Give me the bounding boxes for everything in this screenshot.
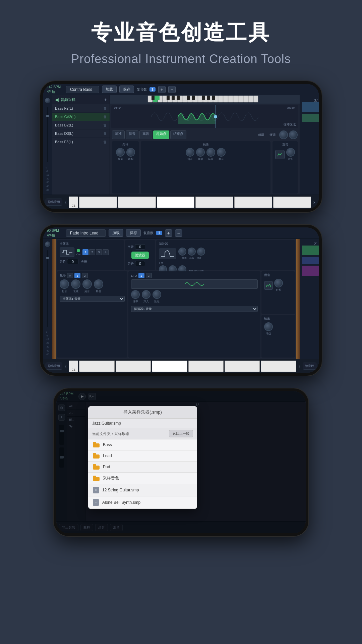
sample-item-3[interactable]: Bass D3(L) 🗑 [52, 129, 110, 138]
minus-btn-2[interactable]: − [175, 229, 182, 237]
pk-w2[interactable] [116, 361, 151, 372]
piano-white-3[interactable] [157, 197, 195, 208]
dialog-item-3[interactable]: 采样音色 [88, 473, 197, 484]
next-key-btn[interactable]: › [312, 199, 316, 205]
rate-knob[interactable]: 速率 [131, 290, 140, 303]
fine-knob[interactable] [289, 130, 298, 139]
mod-destination-1[interactable]: 振荡器1-音量 [60, 296, 125, 302]
vol-knob[interactable] [45, 98, 50, 103]
plus-btn-1[interactable]: + [158, 86, 166, 93]
pk-w6[interactable] [261, 361, 296, 372]
tab-4[interactable]: 4 [103, 249, 109, 255]
minus-btn-1[interactable]: − [168, 86, 176, 93]
pk-w3[interactable] [152, 361, 187, 372]
sustain-knob[interactable]: 延音 [206, 148, 215, 161]
release-knob[interactable]: 释音 [217, 148, 226, 161]
reverb-time-knob[interactable]: 时长 [286, 148, 295, 161]
plus-btn-2[interactable]: + [165, 229, 172, 237]
sample-item-4[interactable]: Bass F3(L) 🗑 [52, 138, 110, 146]
semi-display[interactable]: 0 [135, 244, 145, 250]
vol-knob-s[interactable]: 音量 [116, 148, 125, 161]
pk-w1[interactable] [79, 361, 114, 372]
next-key-btn-2[interactable]: › [297, 363, 302, 369]
sustain-knob-2[interactable]: 延音 [82, 279, 92, 293]
env-tab-a[interactable]: A [67, 273, 73, 278]
add-sample-icon[interactable]: + [104, 97, 107, 102]
prev-key-btn-2[interactable]: ‹ [63, 363, 68, 369]
dialog-item-4[interactable]: ≡ 12 String Guitar.smp [88, 484, 197, 496]
output-knob[interactable]: 增益 [264, 322, 273, 335]
vol-fader-thumb[interactable] [46, 115, 49, 117]
delay-knob[interactable]: 延迟 [153, 290, 161, 303]
instrument-name-1[interactable]: Contra Bass [66, 86, 99, 93]
trash-icon-1[interactable]: 🗑 [103, 115, 107, 119]
env-tab-1[interactable]: 1 [74, 273, 80, 278]
env-tab-2[interactable]: 2 [82, 273, 88, 278]
attack-knob[interactable]: 起音 [186, 148, 194, 161]
dialog-item-0[interactable]: Bass [88, 439, 197, 450]
dialog-item-2[interactable]: Pad [88, 462, 197, 473]
vol-knob-2[interactable] [45, 241, 50, 247]
decay-knob[interactable]: 衰减 [196, 148, 205, 161]
prev-key-btn[interactable]: ‹ [63, 199, 68, 205]
pk-w4[interactable] [188, 361, 224, 372]
depth-knob[interactable]: 深入 [142, 290, 150, 303]
trash-icon-2[interactable]: 🗑 [103, 123, 107, 127]
export-btn-1[interactable]: 导出音频 [46, 199, 62, 206]
piano-white-4[interactable] [195, 197, 233, 208]
sample-item-0[interactable]: Bass F2(L) 🗑 [52, 104, 110, 113]
decay-knob-2[interactable]: 衰减 [71, 279, 80, 293]
blend-display[interactable]: 0 [67, 259, 78, 264]
res-knob[interactable] [188, 248, 196, 256]
dialog-item-5[interactable]: ≡ Alone Bell Synth.smp [88, 496, 197, 509]
instrument-name-2[interactable]: Fade Intro Lead [66, 229, 106, 237]
save-btn-2[interactable]: 保存 [126, 229, 141, 237]
bpm-display-1: 142 BPM 4/4拍 [47, 85, 63, 94]
lfo-tab-2[interactable]: 2 [146, 273, 152, 278]
trash-icon-3[interactable]: 🗑 [103, 131, 107, 136]
tab-end[interactable]: 结束点 [170, 130, 186, 139]
reverb-shape-btn[interactable] [264, 281, 273, 290]
load-btn-1[interactable]: 加载 [102, 86, 117, 93]
sample-item-1[interactable]: Bass G#2(L) 🗑 [52, 113, 110, 121]
trash-icon-4[interactable]: 🗑 [103, 140, 107, 144]
sample-item-2[interactable]: Bass B2(L) 🗑 [52, 121, 110, 129]
release-knob-2[interactable]: 释音 [94, 279, 103, 293]
remove-segment-btn[interactable]: 除音段 [303, 363, 316, 370]
pan-knob-s[interactable]: 声相 [126, 148, 135, 161]
attack-knob-2[interactable]: 起音 [60, 279, 69, 293]
coarse-knob[interactable] [279, 130, 288, 139]
piano-white-5[interactable] [234, 197, 272, 208]
trash-icon-0[interactable]: 🗑 [103, 106, 107, 110]
piano-white-6[interactable] [273, 197, 311, 208]
lfo-wave-display[interactable] [131, 279, 258, 289]
reverb-duration-knob[interactable]: 时长 [274, 279, 283, 292]
filter-shape-display[interactable] [159, 249, 176, 259]
piano-white-1[interactable] [79, 197, 117, 208]
gain-knob-f[interactable] [197, 248, 205, 256]
dialog-search-field[interactable]: Jazz Guitar.smp [88, 419, 197, 428]
tab-base[interactable]: 基准 [112, 130, 125, 139]
export-btn-2[interactable]: 导出音频 [46, 363, 62, 370]
on-indicator[interactable] [77, 249, 80, 252]
tab-2[interactable]: 2 [89, 249, 95, 255]
lfo-tab-1[interactable]: 1 [138, 273, 144, 278]
mod-destination-2[interactable]: 振荡器1-音量 [131, 306, 258, 312]
load-btn-2[interactable]: 加载 [109, 229, 123, 237]
cents-display[interactable]: 0 [135, 261, 145, 266]
tab-bass[interactable]: 低音 [126, 130, 138, 139]
tab-treble[interactable]: 高音 [139, 130, 152, 139]
tab-start[interactable]: 起始点 [153, 130, 169, 139]
glide-icon-btn[interactable] [275, 150, 285, 159]
tab-3[interactable]: 3 [96, 249, 102, 255]
piano-white-2[interactable] [118, 197, 156, 208]
tab-1[interactable]: 1 [82, 249, 88, 255]
filter-btn[interactable]: 滤波器 [131, 252, 149, 259]
dialog-item-1[interactable]: Lead [88, 450, 197, 462]
freq-knob[interactable] [178, 248, 186, 256]
pk-w5[interactable] [225, 361, 260, 372]
back-btn[interactable]: 返回上一级 [169, 430, 193, 437]
wave-shape-display[interactable] [60, 248, 74, 257]
save-btn-1[interactable]: 保存 [119, 86, 134, 93]
polyphony-value-2: 1 [156, 231, 162, 235]
